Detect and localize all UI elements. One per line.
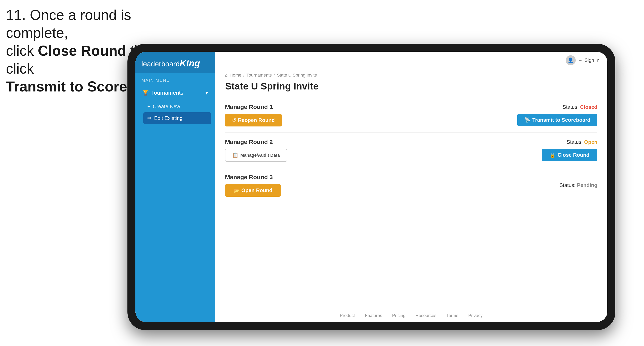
round-1-status: Status: Closed bbox=[562, 104, 598, 110]
logo-leaderboard: leaderboard bbox=[142, 60, 180, 68]
breadcrumb: ⌂ Home / Tournaments / State U Spring In… bbox=[215, 69, 607, 79]
open-round-button[interactable]: 📂 Open Round bbox=[225, 184, 281, 197]
close-round-button[interactable]: 🔒 Close Round bbox=[542, 149, 598, 161]
sidebar-tournaments-label: Tournaments bbox=[151, 90, 184, 96]
footer-features[interactable]: Features bbox=[365, 313, 382, 318]
manage-audit-label: Manage/Audit Data bbox=[240, 153, 280, 158]
edit-existing-label: Edit Existing bbox=[154, 115, 182, 121]
create-new-label: Create New bbox=[153, 103, 180, 110]
footer-terms[interactable]: Terms bbox=[446, 313, 458, 318]
sign-in-arrow-icon: → bbox=[578, 57, 582, 63]
sidebar-sub-items: + Create New ✏ Edit Existing bbox=[140, 100, 211, 125]
reopen-round-button[interactable]: ↺ Reopen Round bbox=[225, 114, 282, 127]
round-2-row: Manage Round 2 📋 Manage/Audit Data Statu… bbox=[225, 133, 598, 168]
breadcrumb-tournaments[interactable]: Tournaments bbox=[246, 73, 272, 78]
sidebar: leaderboardKing MAIN MENU 🏆 Tournaments … bbox=[136, 52, 215, 322]
reopen-icon: ↺ bbox=[232, 118, 236, 123]
open-round-label: Open Round bbox=[241, 187, 272, 193]
rounds-content: Manage Round 1 ↺ Reopen Round Status: Cl… bbox=[215, 98, 607, 309]
round-1-title: Manage Round 1 bbox=[225, 104, 282, 110]
sign-in-button[interactable]: 👤 → Sign In bbox=[566, 55, 600, 65]
sidebar-menu: MAIN MENU 🏆 Tournaments ▾ + Create bbox=[136, 73, 215, 127]
transmit-label: Transmit to Scoreboard bbox=[532, 117, 590, 123]
round-3-status-value: Pending bbox=[577, 182, 598, 188]
round-3-title: Manage Round 3 bbox=[225, 174, 281, 180]
audit-icon: 📋 bbox=[232, 153, 238, 158]
app-layout: leaderboardKing MAIN MENU 🏆 Tournaments … bbox=[136, 52, 607, 322]
round-3-status: Status: Pending bbox=[559, 182, 598, 188]
round-2-title: Manage Round 2 bbox=[225, 139, 287, 145]
app-header: 👤 → Sign In bbox=[215, 52, 607, 69]
sidebar-create-new[interactable]: + Create New bbox=[144, 101, 211, 112]
plus-icon: + bbox=[147, 103, 150, 110]
transmit-icon: 📡 bbox=[524, 117, 530, 123]
close-icon: 🔒 bbox=[550, 152, 556, 158]
footer-product[interactable]: Product bbox=[340, 313, 355, 318]
sidebar-edit-existing[interactable]: ✏ Edit Existing bbox=[144, 112, 211, 124]
logo-king: King bbox=[180, 58, 200, 68]
round-2-status: Status: Open bbox=[566, 139, 598, 145]
breadcrumb-home[interactable]: Home bbox=[230, 73, 241, 78]
breadcrumb-current: State U Spring Invite bbox=[277, 73, 317, 78]
open-icon: 📂 bbox=[234, 188, 239, 193]
round-3-row: Manage Round 3 📂 Open Round Status: Pend… bbox=[225, 168, 598, 203]
round-1-row: Manage Round 1 ↺ Reopen Round Status: Cl… bbox=[225, 98, 598, 133]
round-2-status-value: Open bbox=[584, 139, 598, 145]
sidebar-item-tournaments[interactable]: 🏆 Tournaments ▾ bbox=[140, 86, 211, 100]
instruction-line1: 11. Once a round is complete, bbox=[6, 7, 131, 41]
footer-privacy[interactable]: Privacy bbox=[468, 313, 482, 318]
edit-icon: ✏ bbox=[147, 115, 152, 121]
reopen-round-label: Reopen Round bbox=[238, 117, 275, 123]
tablet-device: leaderboardKing MAIN MENU 🏆 Tournaments … bbox=[128, 44, 615, 330]
page-title: State U Spring Invite bbox=[215, 79, 607, 98]
main-content: 👤 → Sign In ⌂ Home / Tournaments / State… bbox=[215, 52, 607, 322]
transmit-scoreboard-button[interactable]: 📡 Transmit to Scoreboard bbox=[517, 114, 598, 126]
footer-pricing[interactable]: Pricing bbox=[392, 313, 406, 318]
app-footer: Product Features Pricing Resources Terms… bbox=[215, 309, 607, 322]
breadcrumb-sep-1: / bbox=[243, 73, 244, 78]
close-round-label: Close Round bbox=[558, 152, 590, 158]
tablet-screen: leaderboardKing MAIN MENU 🏆 Tournaments … bbox=[136, 52, 607, 322]
sidebar-menu-label: MAIN MENU bbox=[140, 78, 211, 83]
manage-audit-button[interactable]: 📋 Manage/Audit Data bbox=[225, 149, 287, 162]
footer-resources[interactable]: Resources bbox=[416, 313, 436, 318]
breadcrumb-sep-2: / bbox=[274, 73, 275, 78]
sign-in-label: Sign In bbox=[584, 57, 600, 63]
home-icon: ⌂ bbox=[225, 73, 228, 78]
avatar: 👤 bbox=[566, 55, 576, 65]
round-1-status-value: Closed bbox=[580, 104, 598, 110]
chevron-down-icon: ▾ bbox=[205, 89, 208, 96]
trophy-icon: 🏆 bbox=[142, 90, 149, 96]
sidebar-logo: leaderboardKing bbox=[136, 52, 215, 73]
